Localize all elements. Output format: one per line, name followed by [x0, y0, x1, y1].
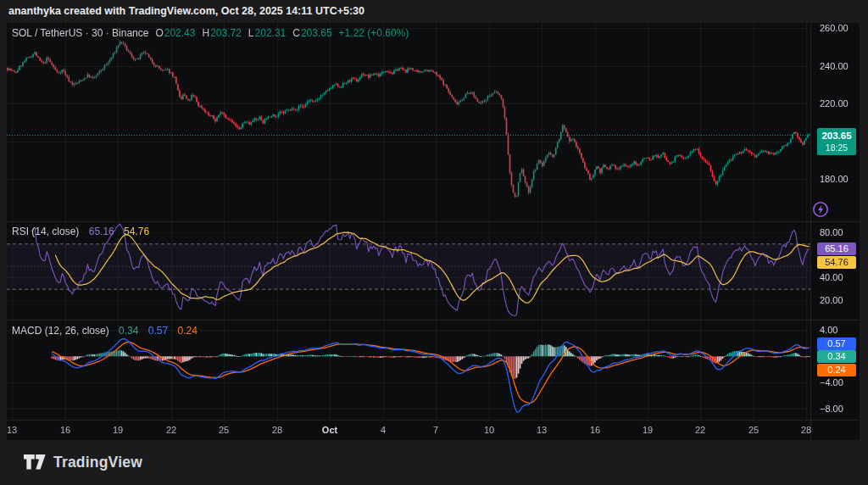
time-label: 22 [166, 425, 176, 435]
axis-tick: −4.00 [820, 377, 843, 387]
rsi-ma-badge: 54.76 [817, 256, 856, 269]
ohlc-value: 203.65 [301, 27, 332, 39]
macd-hist-badge: 0.34 [817, 350, 856, 363]
macd-line-badge: 0.57 [817, 337, 856, 350]
time-label: 25 [219, 425, 229, 435]
tradingview-brand-text: TradingView [53, 454, 142, 471]
rsi-badge: 65.16 [817, 242, 856, 255]
axis-tick: 240.00 [820, 61, 849, 71]
instant-trading-icon[interactable] [811, 200, 830, 219]
macd-signal-badge: 0.24 [817, 364, 856, 376]
ohlc-values: O202.43H203.72L202.31C203.65 [148, 27, 331, 39]
time-label: 10 [484, 425, 494, 435]
axis-tick: 80.00 [820, 227, 843, 237]
ohlc-label: H [202, 27, 209, 39]
rsi-value: 65.16 [89, 226, 114, 237]
time-label: 28 [272, 425, 282, 435]
axis-tick: −8.00 [820, 404, 843, 414]
rsi-ma-value: 54.76 [124, 226, 149, 237]
macd-legend[interactable]: MACD (12, 26, close) 0.34 0.57 0.24 [12, 325, 198, 337]
price-change: +1.22 (+0.60%) [339, 27, 409, 39]
symbol-title[interactable]: SOL / TetherUS · 30 · Binance [12, 27, 148, 39]
time-label: 22 [695, 425, 705, 435]
watermark-credit: ananthyka created with TradingView.com, … [8, 5, 364, 17]
ohlc-label: O [155, 27, 163, 39]
tradingview-logo[interactable]: TradingView [24, 451, 142, 473]
axis-tick: 20.00 [820, 295, 843, 305]
price-scale[interactable]: 260.00240.00220.00180.0080.0040.0020.004… [810, 23, 860, 420]
time-label: 7 [433, 425, 438, 435]
ohlc-value: 203.72 [210, 27, 242, 39]
time-scale[interactable]: 131619222528Oct4710131619222528 [7, 420, 810, 440]
chart-area: SOL / TetherUS · 30 · BinanceO202.43H203… [7, 23, 860, 440]
rsi-legend[interactable]: RSI (14, close) 65.16 54.76 [12, 226, 149, 237]
macd-legend-title[interactable]: MACD (12, 26, close) [12, 325, 109, 337]
axis-tick: 220.00 [820, 98, 849, 109]
time-label: 4 [381, 425, 386, 435]
time-label: Oct [322, 425, 337, 435]
axis-tick: 180.00 [820, 174, 849, 184]
axis-tick: 260.00 [820, 23, 849, 33]
ohlc-value: 202.31 [255, 27, 287, 39]
ohlc-label: L [248, 27, 254, 39]
ohlc-label: C [292, 27, 300, 39]
macd-hist-value: 0.34 [119, 325, 138, 337]
price-legend[interactable]: SOL / TetherUS · 30 · BinanceO202.43H203… [12, 27, 409, 39]
watermark-bar: ananthyka created with TradingView.com, … [0, 0, 868, 23]
time-label: 16 [60, 425, 70, 435]
time-label: 28 [801, 425, 811, 435]
macd-signal-value: 0.24 [177, 325, 197, 337]
tradingview-mark-icon [24, 454, 47, 471]
time-label: 13 [537, 425, 547, 435]
axis-tick: 4.00 [820, 325, 837, 335]
time-label: 19 [643, 425, 653, 435]
time-label: 16 [590, 425, 600, 435]
time-label: 13 [7, 425, 17, 435]
time-label: 25 [748, 425, 759, 435]
macd-line-value: 0.57 [148, 325, 168, 337]
current-price-badge: 203.6518:25 [817, 128, 856, 155]
axis-tick: 40.00 [820, 272, 843, 282]
ohlc-value: 202.43 [164, 27, 196, 39]
time-label: 19 [113, 425, 123, 435]
rsi-legend-title[interactable]: RSI (14, close) [12, 226, 79, 237]
